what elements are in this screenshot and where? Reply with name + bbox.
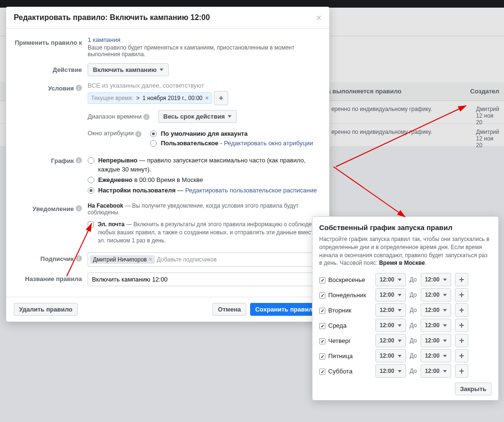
chevron-down-icon	[228, 115, 232, 118]
info-icon[interactable]: i	[135, 131, 141, 137]
time-to-dropdown[interactable]: 12:00	[421, 364, 451, 378]
timerange-label: Диапазон времени i	[88, 113, 150, 121]
chevron-down-icon	[398, 355, 402, 357]
time-from-dropdown[interactable]: 12:00	[375, 364, 406, 378]
close-popover-button[interactable]: Закрыть	[455, 382, 492, 395]
radio-icon	[88, 177, 94, 183]
notify-email-checkbox[interactable]: Эл. почта — Включить в результаты для эт…	[88, 221, 322, 244]
delete-rule-button[interactable]: Удалить правило	[14, 303, 78, 316]
schedule-custom-radio[interactable]: Настройки пользователя — Редактировать п…	[88, 186, 322, 195]
time-to-dropdown[interactable]: 12:00	[421, 334, 451, 347]
time-to-dropdown[interactable]: 12:00	[421, 349, 451, 362]
day-checkbox[interactable]: Воскресенье	[319, 276, 372, 283]
action-dropdown[interactable]: Включить кампанию	[88, 63, 169, 76]
rulename-label: Название правила	[14, 272, 88, 286]
chip-remove-icon[interactable]: ×	[205, 95, 209, 101]
day-checkbox[interactable]: Четверг	[319, 337, 372, 344]
conditions-label: Условияi	[14, 82, 88, 149]
chevron-down-icon	[398, 309, 402, 311]
day-checkbox[interactable]: Суббота	[319, 368, 372, 375]
apply-to-help: Ваше правило будет применяться к кампани…	[88, 44, 322, 58]
save-rule-button[interactable]: Сохранить правило	[250, 303, 322, 316]
checkbox-icon	[319, 323, 325, 329]
info-icon[interactable]: i	[76, 205, 82, 211]
add-time-range-button[interactable]: +	[455, 334, 468, 347]
popover-title: Собственный график запуска правил	[319, 223, 492, 231]
chevron-down-icon	[443, 340, 447, 342]
to-label: До	[410, 276, 417, 283]
action-label: Действие	[14, 63, 88, 76]
cancel-button[interactable]: Отмена	[212, 303, 246, 316]
chevron-down-icon	[398, 279, 402, 281]
chevron-down-icon	[443, 370, 447, 372]
schedule-day-row: Среда12:00До12:00+	[319, 319, 492, 332]
token-remove-icon[interactable]: ×	[149, 256, 152, 263]
schedule-daily-radio[interactable]: Ежедневно в 00:00 Время в Москве	[88, 176, 322, 184]
time-from-dropdown[interactable]: 12:00	[375, 273, 406, 286]
info-icon[interactable]: i	[76, 157, 82, 163]
chevron-down-icon	[443, 294, 447, 296]
to-label: До	[410, 352, 417, 359]
subscriber-token: Дмитрий Ничипоров ×	[90, 255, 155, 264]
condition-chip[interactable]: Текущее время: > 1 ноября 2019 г., 00:00…	[88, 92, 212, 104]
schedule-day-row: Суббота12:00До12:00+	[319, 364, 492, 378]
add-time-range-button[interactable]: +	[455, 349, 468, 362]
edit-attribution-link[interactable]: Редактировать окно атрибуции	[224, 140, 313, 147]
rule-name-input[interactable]	[88, 272, 322, 286]
notify-facebook-text: На Facebook — Вы получите уведомление, к…	[88, 202, 322, 216]
edit-rule-modal: Редактировать правило: Включить кампанию…	[6, 7, 330, 322]
attribution-custom-radio[interactable]: Пользовательское - Редактировать окно ат…	[150, 139, 313, 148]
time-to-dropdown[interactable]: 12:00	[421, 288, 451, 301]
info-icon[interactable]: i	[76, 255, 82, 261]
add-time-range-button[interactable]: +	[455, 273, 468, 286]
info-icon[interactable]: i	[76, 85, 82, 91]
checkbox-icon	[319, 292, 325, 299]
chevron-down-icon	[443, 309, 447, 311]
day-checkbox[interactable]: Понедельник	[319, 291, 372, 299]
attribution-default-radio[interactable]: По умолчанию для аккаунта	[150, 130, 313, 138]
time-to-dropdown[interactable]: 12:00	[421, 319, 451, 332]
day-checkbox[interactable]: Вторник	[319, 307, 372, 314]
schedule-continuous-radio[interactable]: Непрерывно — правило запускается максима…	[88, 156, 322, 173]
schedule-day-row: Четверг12:00До12:00+	[319, 334, 492, 347]
day-label: Суббота	[328, 368, 353, 375]
chevron-down-icon	[443, 279, 447, 281]
day-label: Пятница	[328, 352, 353, 360]
day-checkbox[interactable]: Пятница	[319, 352, 372, 360]
chevron-down-icon	[398, 340, 402, 342]
day-checkbox[interactable]: Среда	[319, 322, 372, 329]
add-time-range-button[interactable]: +	[455, 364, 468, 378]
time-from-dropdown[interactable]: 12:00	[375, 319, 406, 332]
time-from-dropdown[interactable]: 12:00	[375, 303, 406, 317]
time-from-dropdown[interactable]: 12:00	[375, 334, 406, 347]
day-label: Вторник	[328, 307, 352, 314]
chevron-down-icon	[443, 324, 447, 327]
schedule-day-row: Пятница12:00До12:00+	[319, 349, 492, 362]
add-time-range-button[interactable]: +	[455, 303, 468, 317]
to-label: До	[410, 337, 417, 344]
time-to-dropdown[interactable]: 12:00	[421, 303, 451, 317]
schedule-day-row: Воскресенье12:00До12:00+	[319, 273, 492, 286]
radio-icon	[150, 140, 157, 147]
info-icon[interactable]: i	[143, 114, 150, 120]
schedule-day-row: Понедельник12:00До12:00+	[319, 288, 492, 301]
add-time-range-button[interactable]: +	[455, 288, 468, 301]
apply-to-link[interactable]: 1 кампания	[88, 36, 121, 43]
time-from-dropdown[interactable]: 12:00	[375, 349, 406, 362]
add-time-range-button[interactable]: +	[455, 319, 468, 332]
add-condition-button[interactable]: +	[214, 91, 228, 105]
edit-schedule-link[interactable]: Редактировать пользовательское расписани…	[185, 187, 317, 194]
schedule-label: Графикi	[14, 154, 88, 197]
timerange-dropdown[interactable]: Весь срок действия	[158, 110, 237, 123]
checkbox-icon	[319, 308, 325, 314]
close-icon[interactable]: ×	[316, 13, 322, 22]
attribution-label: Окно атрибуции i	[88, 129, 141, 137]
subscriber-input[interactable]: Дмитрий Ничипоров × Добавьте подписчиков	[88, 252, 322, 267]
time-to-dropdown[interactable]: 12:00	[421, 273, 451, 286]
subscriber-placeholder: Добавьте подписчиков	[157, 256, 217, 263]
subscriber-label: Подписчикi	[14, 252, 88, 267]
time-from-dropdown[interactable]: 12:00	[375, 288, 406, 301]
notification-label: Уведомлениеi	[14, 202, 88, 246]
day-label: Среда	[328, 322, 346, 329]
checkbox-icon	[319, 338, 325, 344]
